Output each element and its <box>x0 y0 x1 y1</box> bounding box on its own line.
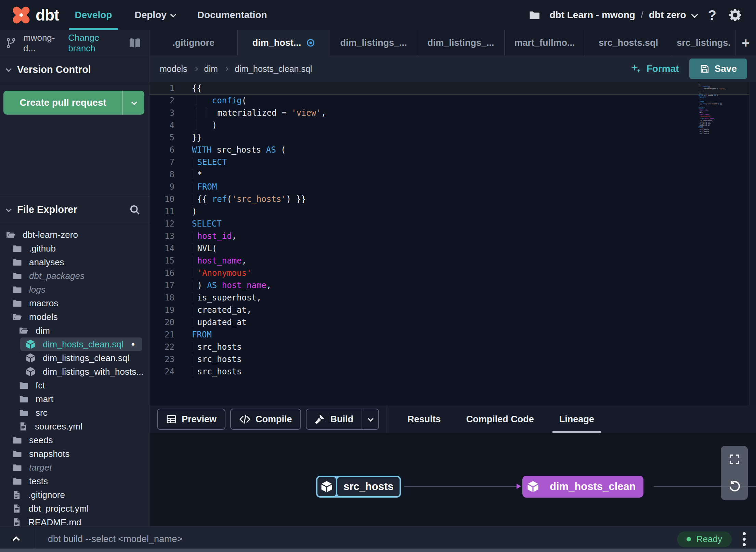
code-token: is_superhost, <box>197 293 261 303</box>
file-tab-src_listings.[interactable]: src_listings. <box>672 30 735 55</box>
breadcrumb-separator-icon <box>224 67 229 71</box>
breadcrumb-item[interactable]: dim_hosts_clean.sql <box>235 64 312 74</box>
tab-lineage[interactable]: Lineage <box>559 406 594 433</box>
tab-compiled-code[interactable]: Compiled Code <box>466 406 534 433</box>
lineage-canvas[interactable]: src_hostsdim_hosts_cleandim_listings_wit… <box>149 433 756 526</box>
tree-item-target[interactable]: target <box>0 461 149 474</box>
line-number: 9 <box>149 181 174 193</box>
build-dropdown[interactable] <box>362 409 378 429</box>
nav-menu-item-deploy[interactable]: Deploy <box>134 0 174 30</box>
line-number: 7 <box>149 156 174 168</box>
code-line-content: src_hosts <box>192 341 242 353</box>
line-number: 6 <box>149 144 174 156</box>
code-token <box>207 108 217 118</box>
command-input[interactable]: dbt build --select <model_name> <box>34 534 677 544</box>
format-button[interactable]: Format <box>620 63 689 75</box>
tree-item-dim_listings_clean.sql[interactable]: dim_listings_clean.sql <box>0 351 149 365</box>
file-tab-src_hosts.sql[interactable]: src_hosts.sql <box>585 30 672 55</box>
model-cube-icon <box>524 477 542 496</box>
tree-item-seeds[interactable]: seeds <box>0 433 149 447</box>
breadcrumb-item[interactable]: dim <box>204 64 218 74</box>
tree-item-models[interactable]: models <box>0 310 149 324</box>
file-explorer-title: File Explorer <box>17 204 77 215</box>
code-line-13: 13 host_id, <box>149 230 756 242</box>
version-control-header[interactable]: Version Control <box>0 56 149 83</box>
compile-button[interactable]: Compile <box>230 409 301 430</box>
fullscreen-icon[interactable] <box>728 453 741 465</box>
tree-item-macros[interactable]: macros <box>0 296 149 310</box>
code-token <box>192 231 197 241</box>
folder-open-icon <box>18 325 29 336</box>
command-bar-toggle[interactable] <box>0 526 34 552</box>
tree-item-dbt_packages[interactable]: dbt_packages <box>0 269 149 283</box>
change-branch-link[interactable]: Change branch <box>68 33 122 54</box>
file-tab-dim_host...[interactable]: dim_host... <box>238 30 330 55</box>
tree-item-fct[interactable]: fct <box>0 378 149 392</box>
tree-item-dim_listings_with_hosts...[interactable]: dim_listings_with_hosts... <box>0 365 149 378</box>
tree-item-mart[interactable]: mart <box>0 392 149 406</box>
new-tab-button[interactable]: + <box>735 30 756 55</box>
save-button[interactable]: Save <box>689 59 747 79</box>
dbt-logo[interactable]: dbt <box>0 4 75 26</box>
search-icon[interactable] <box>129 204 141 216</box>
code-token <box>192 96 197 105</box>
tree-item-.gitignore[interactable]: .gitignore <box>0 488 149 502</box>
lineage-node-dim_hosts_clean[interactable]: dim_hosts_clean <box>522 476 643 498</box>
tree-item-label: mart <box>36 394 53 405</box>
refresh-icon[interactable] <box>728 479 741 493</box>
tree-item-label: analyses <box>29 257 64 268</box>
tree-item-README.md[interactable]: README.md <box>0 515 149 526</box>
tree-item-analyses[interactable]: analyses <box>0 255 149 269</box>
kebab-menu-icon[interactable] <box>741 532 756 546</box>
tree-item-src[interactable]: src <box>0 406 149 420</box>
code-line-9: 9 FROM <box>149 181 756 193</box>
code-token: src_hosts <box>197 355 242 364</box>
code-token: ) <box>197 281 207 290</box>
tree-item-sources.yml[interactable]: sources.yml <box>0 420 149 433</box>
lineage-node-src_hosts[interactable]: src_hosts <box>316 476 401 498</box>
editor-scrollbar[interactable] <box>749 82 756 406</box>
tab-results[interactable]: Results <box>407 406 441 433</box>
tree-item-logs[interactable]: logs <box>0 283 149 296</box>
docs-book-icon[interactable] <box>128 36 142 50</box>
tree-item-dim_hosts_clean.sql[interactable]: dim_hosts_clean.sql• <box>20 337 142 351</box>
preview-button[interactable]: Preview <box>157 409 225 430</box>
code-line-content: ) <box>192 119 217 131</box>
chevron-down-icon <box>6 206 12 212</box>
lineage-toolbar <box>721 446 748 500</box>
tree-item-label: dim_listings_clean.sql <box>43 353 129 363</box>
file-tab-.gitignore[interactable]: .gitignore <box>149 30 238 55</box>
nav-menu-item-documentation[interactable]: Documentation <box>197 0 267 30</box>
tree-item-dbt_project.yml[interactable]: dbt_project.yml <box>0 502 149 515</box>
tree-item-label: dbt_project.yml <box>28 503 89 514</box>
code-token: AS <box>266 145 281 155</box>
file-tab-dim_listings_...[interactable]: dim_listings_... <box>417 30 505 55</box>
line-number: 24 <box>149 365 174 378</box>
tree-item-tests[interactable]: tests <box>0 474 149 488</box>
code-line-23: 23 src_hosts <box>149 353 756 365</box>
breadcrumb-item[interactable]: models <box>160 64 187 74</box>
line-number: 22 <box>149 341 174 353</box>
tree-item-.github[interactable]: .github <box>0 242 149 255</box>
tree-item-dbt-learn-zero[interactable]: dbt-learn-zero <box>0 228 149 242</box>
project-switcher[interactable]: dbt Learn - mwong / dbt zero <box>549 10 696 21</box>
code-token: FROM <box>192 330 212 339</box>
build-button[interactable]: Build <box>306 409 379 430</box>
line-number: 2 <box>149 94 174 107</box>
minimap[interactable]: {{ config( materialized = 'view', )}}WIT… <box>699 84 726 134</box>
button-label: Compile <box>256 414 292 425</box>
settings-gear-icon[interactable] <box>728 8 742 22</box>
file-tab-dim_listings_...[interactable]: dim_listings_... <box>330 30 417 55</box>
file-tab-label: src_hosts.sql <box>599 38 658 48</box>
help-icon[interactable]: ? <box>705 8 719 23</box>
file-explorer-header[interactable]: File Explorer <box>0 196 149 223</box>
nav-menu-item-develop[interactable]: Develop <box>75 0 112 30</box>
tree-item-dim[interactable]: dim <box>0 324 149 337</box>
code-line-16: 16 'Anonymous' <box>149 267 756 279</box>
code-line-8: 8 * <box>149 168 756 181</box>
tree-item-snapshots[interactable]: snapshots <box>0 447 149 461</box>
file-tab-mart_fullmo...[interactable]: mart_fullmo... <box>505 30 585 55</box>
create-pull-request-button[interactable]: Create pull request <box>3 91 144 115</box>
code-editor[interactable]: 1{{2 config(3 materialized = 'view',4 )5… <box>149 82 756 406</box>
pull-request-dropdown[interactable] <box>122 91 144 115</box>
